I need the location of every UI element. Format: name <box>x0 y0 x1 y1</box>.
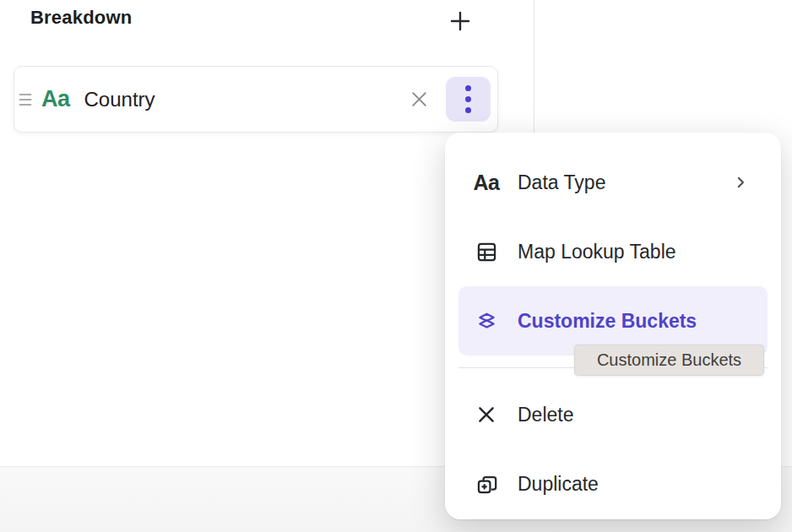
item-menu-button[interactable] <box>446 77 491 122</box>
layers-icon <box>475 310 498 333</box>
x-icon <box>475 404 498 426</box>
breakdown-item-country[interactable]: Aa Country <box>14 66 498 133</box>
menu-item-data-type[interactable]: Aa Data Type <box>458 148 768 217</box>
add-breakdown-button[interactable] <box>446 7 475 35</box>
remove-breakdown-button[interactable] <box>406 86 432 112</box>
menu-item-label: Duplicate <box>518 473 599 496</box>
menu-item-label: Map Lookup Table <box>518 241 676 263</box>
tooltip: Customize Buckets <box>574 345 764 376</box>
menu-item-map-lookup-table[interactable]: Map Lookup Table <box>458 217 768 286</box>
chevron-right-icon <box>733 175 748 190</box>
copy-plus-icon <box>475 473 498 496</box>
menu-item-label: Data Type <box>518 171 605 194</box>
breakdown-item-label: Country <box>84 88 155 111</box>
menu-item-duplicate[interactable]: Duplicate <box>458 449 768 518</box>
kebab-icon <box>464 84 472 114</box>
table-icon <box>475 241 498 263</box>
menu-item-delete[interactable]: Delete <box>458 380 768 449</box>
data-type-aa-icon: Aa <box>41 86 70 112</box>
menu-item-label: Customize Buckets <box>518 310 697 333</box>
data-type-aa-icon: Aa <box>475 172 498 193</box>
menu-item-label: Delete <box>518 404 573 426</box>
drag-handle-icon[interactable] <box>19 91 32 108</box>
item-context-menu: Aa Data Type Map Lookup Table Customize … <box>445 133 781 519</box>
plus-icon <box>448 8 473 34</box>
page-title: Breakdown <box>30 7 132 29</box>
close-icon <box>408 88 431 111</box>
tooltip-text: Customize Buckets <box>597 350 741 370</box>
